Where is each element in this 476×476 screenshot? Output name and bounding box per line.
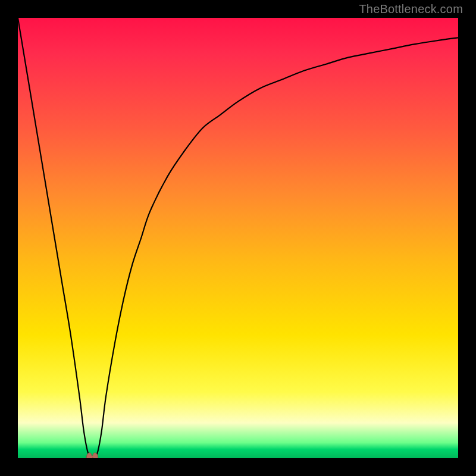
watermark-text: TheBottleneck.com — [359, 2, 463, 16]
chart-frame: TheBottleneck.com — [0, 0, 476, 476]
plot-area — [18, 18, 458, 458]
background-gradient — [18, 18, 458, 458]
